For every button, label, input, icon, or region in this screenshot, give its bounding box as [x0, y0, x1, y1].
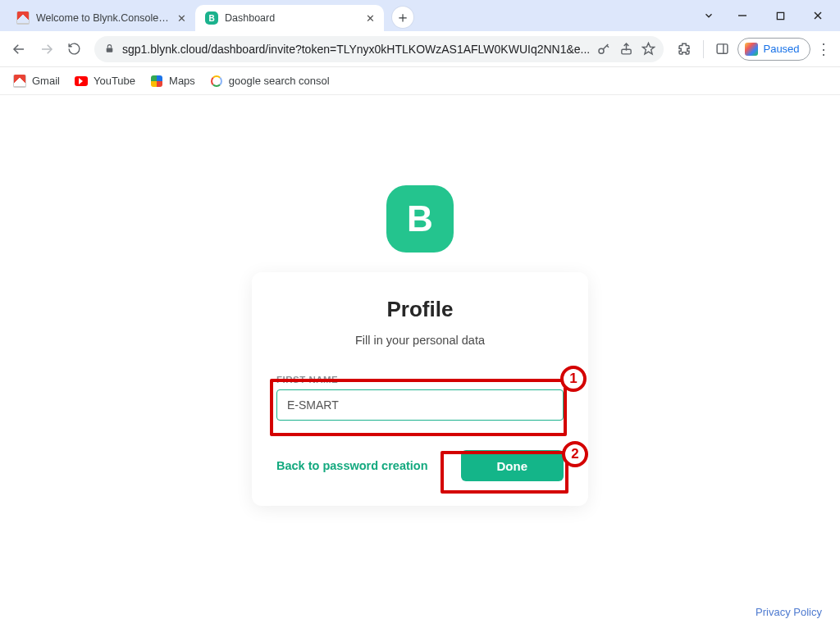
bookmark-maps[interactable]: Maps — [150, 75, 195, 88]
blynk-favicon-icon: B — [205, 11, 218, 25]
svg-marker-9 — [643, 43, 655, 53]
bookmark-star-icon[interactable] — [641, 42, 655, 56]
new-tab-button[interactable]: ＋ — [392, 7, 413, 28]
privacy-policy-link[interactable]: Privacy Policy — [756, 606, 822, 618]
svg-rect-10 — [717, 44, 728, 53]
back-to-password-link[interactable]: Back to password creation — [276, 459, 428, 472]
bookmark-label: google search consol — [229, 75, 330, 87]
maps-icon — [150, 75, 163, 88]
tab-strip: Welcome to Blynk.Console - ho ✕ B Dashbo… — [0, 5, 384, 31]
share-icon[interactable] — [619, 42, 633, 56]
page-content: B Profile Fill in your personal data FIR… — [0, 95, 840, 628]
window-controls — [694, 0, 837, 31]
chrome-menu-icon[interactable]: ⋮ — [814, 40, 833, 58]
tab-title: Welcome to Blynk.Console - ho — [36, 12, 169, 24]
gmail-favicon-icon — [16, 11, 30, 25]
bookmark-label: YouTube — [94, 75, 135, 87]
card-heading: Profile — [276, 297, 564, 322]
lock-icon — [103, 43, 116, 56]
bookmarks-bar: Gmail YouTube Maps google search consol — [0, 67, 840, 95]
tab-gmail[interactable]: Welcome to Blynk.Console - ho ✕ — [7, 5, 195, 31]
password-key-icon[interactable] — [596, 42, 611, 57]
profile-card-wrap: Profile Fill in your personal data FIRST… — [252, 272, 588, 506]
close-tab-icon[interactable]: ✕ — [364, 12, 376, 24]
google-icon — [210, 75, 223, 88]
first-name-label: FIRST NAME — [276, 375, 564, 385]
forward-button[interactable] — [34, 35, 59, 63]
address-bar[interactable]: sgp1.blynk.cloud/dashboard/invite?token=… — [94, 36, 664, 62]
gmail-icon — [13, 75, 26, 88]
browser-toolbar: sgp1.blynk.cloud/dashboard/invite?token=… — [0, 31, 840, 67]
bookmark-label: Maps — [169, 75, 195, 87]
maximize-button[interactable] — [761, 3, 799, 28]
extensions-icon[interactable] — [672, 35, 696, 63]
paused-label: Paused — [763, 43, 799, 55]
youtube-icon — [75, 75, 88, 88]
back-button[interactable] — [7, 35, 31, 63]
svg-rect-1 — [777, 12, 783, 19]
first-name-input[interactable] — [276, 389, 564, 421]
tab-search-icon[interactable] — [694, 3, 724, 28]
close-window-button[interactable] — [799, 3, 837, 28]
tab-dashboard[interactable]: B Dashboard ✕ — [195, 5, 384, 31]
sidepanel-icon[interactable] — [710, 35, 735, 63]
tab-title: Dashboard — [225, 12, 358, 24]
profile-paused-chip[interactable]: Paused — [737, 38, 810, 61]
url-text: sgp1.blynk.cloud/dashboard/invite?token=… — [122, 43, 590, 56]
bookmark-label: Gmail — [32, 75, 60, 87]
toolbar-divider — [703, 40, 704, 58]
blynk-logo-icon: B — [386, 185, 454, 253]
svg-point-7 — [599, 48, 604, 53]
svg-rect-6 — [106, 48, 112, 52]
close-tab-icon[interactable]: ✕ — [176, 12, 187, 24]
card-actions: Back to password creation Done — [276, 450, 564, 481]
bookmark-search-console[interactable]: google search consol — [210, 75, 330, 88]
browser-titlebar: Welcome to Blynk.Console - ho ✕ B Dashbo… — [0, 0, 840, 31]
profile-card: Profile Fill in your personal data FIRST… — [252, 272, 588, 506]
minimize-button[interactable] — [724, 3, 761, 28]
reload-button[interactable] — [62, 35, 86, 63]
bookmark-youtube[interactable]: YouTube — [75, 75, 135, 88]
bookmark-gmail[interactable]: Gmail — [13, 75, 60, 88]
profile-avatar-icon — [745, 43, 758, 56]
card-subtitle: Fill in your personal data — [276, 334, 564, 347]
done-button[interactable]: Done — [461, 450, 564, 481]
